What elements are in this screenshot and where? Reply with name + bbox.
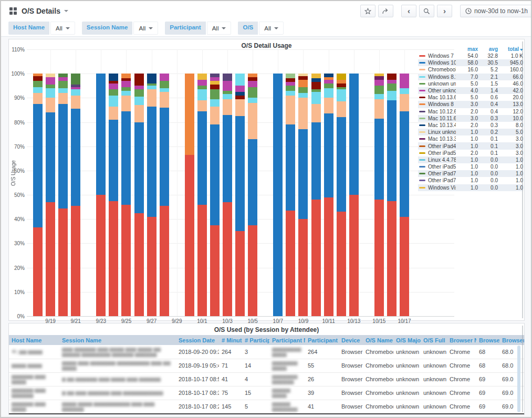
bar-segment[interactable] — [324, 113, 333, 197]
column-header-session-name[interactable]: Session Name — [59, 335, 176, 345]
bar-segment[interactable] — [235, 74, 245, 86]
bar-segment[interactable] — [121, 205, 131, 316]
bar-segment[interactable] — [109, 89, 118, 96]
bar-segment[interactable] — [121, 91, 131, 96]
bar-segment[interactable] — [223, 115, 232, 202]
filter-value-dropdown[interactable]: All — [207, 22, 232, 35]
bar-segment[interactable] — [374, 80, 384, 86]
bar-segment[interactable] — [147, 86, 157, 89]
bar-segment[interactable] — [46, 77, 55, 85]
dashboard-title[interactable]: O/S Details — [22, 7, 60, 15]
bar-stack[interactable] — [235, 74, 245, 316]
bar-stack[interactable] — [197, 74, 207, 316]
legend-item[interactable]: Windows 1058.030.5945.0 — [418, 59, 523, 66]
legend-sort-total[interactable]: total — [498, 46, 523, 52]
bar-stack[interactable] — [71, 74, 80, 316]
filter-label[interactable]: Host Name — [8, 22, 49, 35]
bar-segment[interactable] — [160, 74, 169, 81]
bar-segment[interactable] — [324, 74, 333, 77]
bar-segment[interactable] — [286, 124, 295, 211]
bar-segment[interactable] — [210, 124, 220, 225]
bar-segment[interactable] — [134, 105, 144, 122]
bar-segment[interactable] — [109, 96, 118, 107]
bar-segment[interactable] — [235, 99, 245, 116]
bar-segment[interactable] — [33, 104, 43, 228]
bar-segment[interactable] — [273, 74, 283, 316]
bar-stack[interactable] — [223, 74, 232, 316]
bar-segment[interactable] — [374, 99, 384, 119]
bar-stack[interactable] — [109, 74, 118, 316]
bar-segment[interactable] — [197, 111, 207, 205]
legend-sort-avg[interactable]: avg — [478, 46, 498, 52]
column-header-session-date[interactable]: Session Date — [176, 335, 219, 345]
legend-item[interactable]: Other iPad4,11.00.13.0 — [418, 142, 523, 149]
bar-stack[interactable] — [337, 74, 346, 316]
column-header-o-s-major[interactable]: O/S Major — [393, 335, 421, 345]
bar-segment[interactable] — [134, 213, 144, 316]
bar-segment[interactable] — [33, 76, 43, 81]
legend-item[interactable]: Windows Vista1.00.01.0 — [418, 184, 523, 191]
bar-segment[interactable] — [197, 205, 207, 316]
filter-label[interactable]: O/S — [238, 22, 258, 35]
bar-segment[interactable] — [160, 81, 169, 88]
bar-segment[interactable] — [210, 85, 220, 89]
bar-segment[interactable] — [223, 202, 232, 316]
bar-segment[interactable] — [223, 91, 232, 95]
bar-segment[interactable] — [298, 93, 308, 98]
bar-segment[interactable] — [235, 231, 245, 316]
legend-item[interactable]: unknown unknown5.01.546.0 — [418, 80, 523, 87]
bar-segment[interactable] — [286, 78, 295, 82]
bar-segment[interactable] — [387, 91, 397, 100]
legend-series-name[interactable]: Windows 8.1 — [428, 74, 456, 80]
legend-item[interactable]: Other iPad5,42.00.13.0 — [418, 150, 523, 156]
legend-item[interactable]: Mac 10.13.31.00.13.0 — [418, 135, 523, 142]
bar-segment[interactable] — [248, 139, 257, 225]
bar-segment[interactable] — [210, 74, 220, 77]
bar-segment[interactable] — [46, 112, 55, 202]
bar-segment[interactable] — [311, 78, 321, 82]
legend-series-name[interactable]: Other iPad5,2 — [428, 164, 456, 170]
legend-item[interactable]: Linux 4.4.78-138890511.00.01.0 — [418, 156, 523, 163]
legend-series-name[interactable]: Other iPad5,4 — [428, 150, 456, 156]
bar-segment[interactable] — [185, 155, 194, 316]
dashboard-grid-icon[interactable] — [9, 7, 17, 15]
bar-stack[interactable] — [46, 74, 55, 316]
bar-segment[interactable] — [210, 99, 220, 107]
bar-stack[interactable] — [96, 74, 106, 316]
legend-item[interactable]: Mac 10.11.63.00.310.0 — [418, 115, 523, 122]
bar-stack[interactable] — [286, 74, 295, 316]
legend-item[interactable]: Other iPad5,21.00.01.0 — [418, 163, 523, 170]
bar-segment[interactable] — [374, 94, 384, 99]
column-header-browser-full[interactable]: Browser Full — [499, 335, 524, 345]
bar-segment[interactable] — [223, 99, 232, 115]
legend-series-name[interactable]: Other iPad4,1 — [428, 143, 456, 149]
bar-segment[interactable] — [134, 74, 144, 86]
bar-segment[interactable] — [298, 80, 308, 87]
bar-segment[interactable] — [311, 122, 321, 200]
bar-segment[interactable] — [160, 88, 169, 92]
time-back-button[interactable]: ‹ — [401, 5, 416, 17]
bar-segment[interactable] — [210, 89, 220, 99]
bar-segment[interactable] — [197, 89, 207, 100]
bar-segment[interactable] — [286, 96, 295, 124]
bar-segment[interactable] — [286, 74, 295, 78]
bar-segment[interactable] — [374, 86, 384, 94]
star-button[interactable] — [360, 5, 375, 17]
bar-segment[interactable] — [71, 206, 80, 316]
filter-label[interactable]: Session Name — [82, 22, 133, 35]
bar-stack[interactable] — [160, 74, 169, 316]
legend-item[interactable]: Mac 10.13.65.00.620.0 — [418, 94, 523, 101]
bar-segment[interactable] — [298, 76, 308, 80]
bar-segment[interactable] — [248, 225, 257, 316]
bar-segment[interactable] — [337, 89, 346, 101]
bar-segment[interactable] — [147, 217, 157, 316]
bar-segment[interactable] — [121, 74, 131, 78]
bar-segment[interactable] — [185, 74, 194, 155]
bar-segment[interactable] — [210, 107, 220, 125]
column-header-device[interactable]: Device — [339, 335, 363, 345]
bar-segment[interactable] — [349, 74, 359, 195]
bar-segment[interactable] — [109, 107, 118, 120]
bar-segment[interactable] — [324, 83, 333, 88]
column-header-host-name[interactable]: Host Name — [9, 335, 59, 345]
legend-series-name[interactable]: unknown unknown — [428, 81, 456, 87]
